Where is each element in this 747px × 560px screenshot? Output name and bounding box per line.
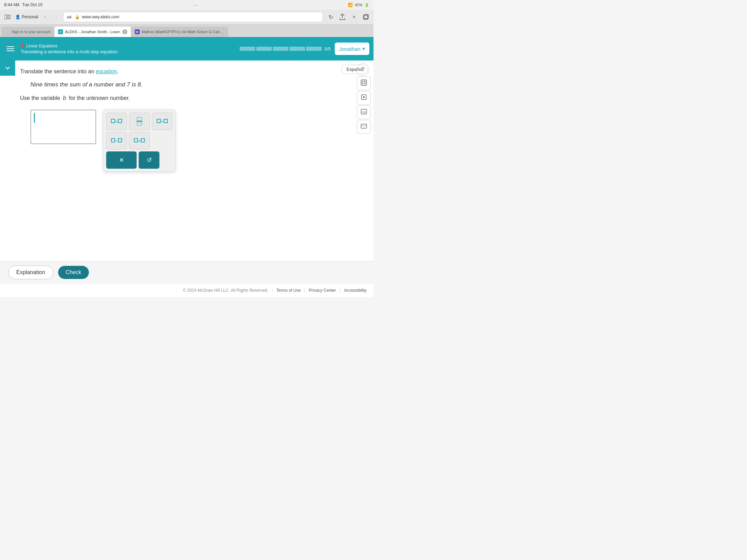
collapse-button[interactable]	[0, 60, 15, 76]
user-button[interactable]: Jonathan ▾	[335, 43, 369, 55]
footer: © 2024 McGraw Hill LLC. All Rights Reser…	[0, 283, 374, 297]
topic-info: Linear Equations Translating a sentence …	[21, 44, 236, 54]
undo-icon: ↺	[147, 156, 152, 164]
problem-instruction: Translate the sentence into an equation.	[20, 67, 353, 76]
tab-microsoft[interactable]: Sign in to your account	[1, 27, 54, 37]
chevron-down-icon: ▾	[362, 46, 365, 52]
bottom-bar: Explanation Check	[0, 261, 374, 283]
sidebar-toggle-button[interactable]	[3, 12, 12, 22]
mail-icon	[361, 124, 367, 130]
instruction-text: Translate the sentence into an	[20, 68, 94, 74]
new-tab-button[interactable]: +	[349, 12, 359, 22]
back-button[interactable]: ‹	[41, 13, 49, 21]
play-icon	[361, 94, 367, 101]
privacy-link[interactable]: Privacy Center	[309, 288, 336, 293]
table-button[interactable]	[357, 76, 371, 90]
check-button[interactable]: Check	[58, 266, 89, 279]
progress-area: 0/5	[240, 46, 331, 52]
copyright-text: © 2024 McGraw Hill LLC. All Rights Reser…	[183, 288, 268, 293]
topic-category: Linear Equations	[26, 44, 57, 48]
keyboard-row-2: − ×	[106, 132, 173, 149]
mathos-favicon: M	[135, 29, 140, 34]
mail-button[interactable]	[357, 120, 371, 134]
side-buttons: ?	[354, 60, 374, 137]
tabs-button[interactable]	[361, 12, 371, 22]
status-dots: ···	[193, 2, 197, 8]
topic-title: Translating a sentence into a multi-step…	[21, 49, 236, 54]
menu-button[interactable]	[4, 43, 17, 55]
text-cursor	[34, 113, 35, 123]
variable-b: b	[63, 95, 66, 101]
tab-label-mathos: Mathos (MathGPTPro) | AI Math Solver & C…	[142, 30, 225, 34]
period: .	[117, 68, 119, 74]
tab-mathos[interactable]: M Mathos (MathGPTPro) | AI Math Solver &…	[131, 27, 228, 37]
profile-label: Personal	[22, 15, 38, 19]
font-icon: Aa	[361, 109, 367, 116]
keyboard-spacer	[152, 132, 173, 149]
svg-rect-18	[361, 124, 367, 128]
status-day: Tue Oct 15	[22, 2, 43, 7]
profile-button[interactable]: 👤 Personal	[15, 15, 38, 19]
wifi-icon: 📶	[348, 3, 353, 7]
browser-chrome: 👤 Personal ‹ › aA 🔒 www-awy.aleks.com ↻ …	[0, 10, 374, 25]
table-icon	[361, 80, 367, 87]
svg-text:Aa: Aa	[362, 110, 366, 114]
status-bar: 8:44 AM Tue Oct 15 ··· 📶 41% 🔋	[0, 0, 374, 10]
user-name: Jonathan	[339, 46, 360, 52]
tab-label-microsoft: Sign in to your account	[12, 30, 50, 34]
topic-category-row: Linear Equations	[21, 44, 236, 48]
status-time: 8:44 AM	[4, 2, 19, 7]
progress-seg-3	[273, 47, 288, 51]
profile-icon: 👤	[15, 15, 20, 19]
equation-button[interactable]: =	[106, 113, 127, 130]
lock-icon: 🔒	[75, 15, 80, 19]
font-size-control[interactable]: aA	[67, 15, 71, 19]
browser-actions: ↻ +	[326, 12, 371, 22]
clear-button[interactable]: ✕	[106, 151, 137, 169]
terms-link[interactable]: Terms of Use	[276, 288, 301, 293]
variable-instruction: Use the variable b for the unknown numbe…	[20, 95, 353, 101]
explanation-button[interactable]: Explanation	[8, 265, 53, 279]
font-button[interactable]: Aa	[357, 105, 371, 119]
progress-seg-4	[289, 47, 305, 51]
progress-count: 0/5	[324, 46, 331, 52]
main-content: Español Translate the sentence into an e…	[0, 60, 374, 261]
undo-button[interactable]: ↺	[139, 151, 159, 169]
battery-icon: 🔋	[365, 3, 369, 7]
problem-area: Translate the sentence into an equation.…	[0, 60, 374, 179]
multiply-button[interactable]: ×	[129, 132, 150, 149]
answer-input-box[interactable]	[30, 110, 96, 144]
math-keyboard: = +	[103, 110, 176, 172]
progress-seg-1	[240, 47, 255, 51]
tab-aleks[interactable]: A ALEKS - Jonathan Smith - Learn ✕	[55, 27, 131, 37]
add-button[interactable]: +	[152, 113, 173, 130]
question-mark-icon: ?	[362, 66, 365, 73]
svg-rect-0	[4, 15, 7, 19]
video-button[interactable]	[357, 91, 371, 105]
accessibility-link[interactable]: Accessibility	[344, 288, 367, 293]
help-button[interactable]: ?	[357, 63, 369, 76]
battery-level: 41%	[355, 3, 362, 7]
fraction-button[interactable]	[129, 113, 150, 130]
status-right: 📶 41% 🔋	[348, 3, 369, 7]
variable-instruction-start: Use the variable	[20, 95, 60, 101]
progress-bar	[240, 47, 322, 51]
share-button[interactable]	[338, 12, 347, 22]
keyboard-row-1: = +	[106, 113, 173, 130]
keyboard-row-3: ✕ ↺	[106, 151, 173, 169]
subtract-button[interactable]: −	[106, 132, 127, 149]
tab-close-aleks[interactable]: ✕	[122, 29, 127, 34]
url-text: www-awy.aleks.com	[82, 15, 319, 19]
progress-seg-5	[306, 47, 322, 51]
address-bar[interactable]: aA 🔒 www-awy.aleks.com	[63, 12, 323, 22]
clear-icon: ✕	[119, 156, 124, 164]
equation-link[interactable]: equation	[96, 68, 117, 74]
svg-marker-15	[363, 96, 365, 99]
aleks-header: Linear Equations Translating a sentence …	[0, 37, 374, 60]
status-left: 8:44 AM Tue Oct 15	[4, 2, 43, 7]
forward-button[interactable]: ›	[52, 13, 60, 21]
reload-button[interactable]: ↻	[326, 12, 335, 22]
aleks-favicon: A	[58, 29, 63, 34]
svg-rect-9	[361, 80, 367, 85]
tabs-bar: Sign in to your account A ALEKS - Jonath…	[0, 25, 374, 37]
